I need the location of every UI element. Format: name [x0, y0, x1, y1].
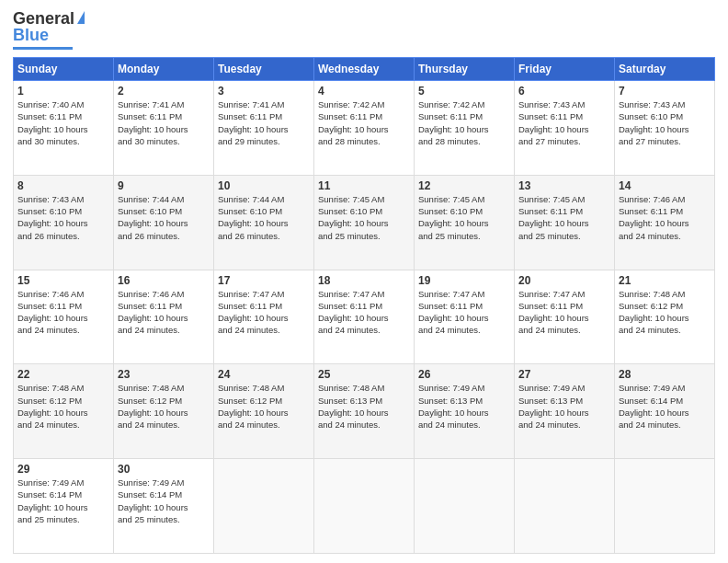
header: General Blue [13, 9, 715, 50]
calendar-cell: 23Sunrise: 7:48 AM Sunset: 6:12 PM Dayli… [114, 364, 214, 459]
day-number: 26 [418, 368, 510, 381]
day-number: 29 [17, 463, 109, 476]
calendar-cell: 13Sunrise: 7:45 AM Sunset: 6:11 PM Dayli… [515, 175, 615, 270]
calendar-cell: 11Sunrise: 7:45 AM Sunset: 6:10 PM Dayli… [314, 175, 415, 270]
col-header-monday: Monday [114, 58, 214, 81]
day-number: 7 [619, 85, 711, 98]
calendar-cell: 30Sunrise: 7:49 AM Sunset: 6:14 PM Dayli… [114, 459, 214, 554]
day-info: Sunrise: 7:49 AM Sunset: 6:13 PM Dayligh… [518, 382, 610, 431]
calendar-cell [615, 459, 715, 554]
calendar-cell: 15Sunrise: 7:46 AM Sunset: 6:11 PM Dayli… [14, 270, 114, 364]
calendar-cell: 26Sunrise: 7:49 AM Sunset: 6:13 PM Dayli… [415, 364, 515, 459]
day-number: 28 [619, 368, 711, 381]
day-info: Sunrise: 7:48 AM Sunset: 6:12 PM Dayligh… [118, 382, 210, 431]
day-number: 9 [118, 179, 210, 192]
logo-underline [13, 47, 73, 50]
day-number: 19 [418, 274, 510, 287]
day-number: 5 [418, 85, 510, 98]
day-number: 20 [518, 274, 610, 287]
col-header-friday: Friday [515, 58, 615, 81]
day-info: Sunrise: 7:43 AM Sunset: 6:10 PM Dayligh… [619, 98, 711, 147]
day-number: 1 [17, 85, 109, 98]
col-header-wednesday: Wednesday [314, 58, 415, 81]
calendar-cell: 14Sunrise: 7:46 AM Sunset: 6:11 PM Dayli… [615, 175, 715, 270]
calendar-cell: 1Sunrise: 7:40 AM Sunset: 6:11 PM Daylig… [14, 81, 114, 176]
calendar-cell: 12Sunrise: 7:45 AM Sunset: 6:10 PM Dayli… [415, 175, 515, 270]
calendar-cell: 10Sunrise: 7:44 AM Sunset: 6:10 PM Dayli… [214, 175, 314, 270]
calendar-cell: 21Sunrise: 7:48 AM Sunset: 6:12 PM Dayli… [615, 270, 715, 364]
day-info: Sunrise: 7:48 AM Sunset: 6:12 PM Dayligh… [619, 288, 711, 337]
day-number: 24 [218, 368, 310, 381]
day-number: 12 [418, 179, 510, 192]
day-info: Sunrise: 7:46 AM Sunset: 6:11 PM Dayligh… [619, 193, 711, 242]
day-info: Sunrise: 7:49 AM Sunset: 6:14 PM Dayligh… [118, 477, 210, 525]
calendar-cell: 28Sunrise: 7:49 AM Sunset: 6:14 PM Dayli… [615, 364, 715, 459]
day-number: 6 [518, 85, 610, 98]
day-number: 23 [118, 368, 210, 381]
day-info: Sunrise: 7:47 AM Sunset: 6:11 PM Dayligh… [318, 288, 410, 337]
day-number: 15 [17, 274, 109, 287]
logo-blue: Blue [13, 26, 49, 45]
day-info: Sunrise: 7:49 AM Sunset: 6:14 PM Dayligh… [619, 382, 711, 431]
day-info: Sunrise: 7:49 AM Sunset: 6:13 PM Dayligh… [418, 382, 510, 431]
day-info: Sunrise: 7:47 AM Sunset: 6:11 PM Dayligh… [218, 288, 310, 337]
day-info: Sunrise: 7:46 AM Sunset: 6:11 PM Dayligh… [17, 288, 109, 337]
calendar-cell [314, 459, 415, 554]
day-number: 4 [318, 85, 410, 98]
calendar-cell: 18Sunrise: 7:47 AM Sunset: 6:11 PM Dayli… [314, 270, 415, 364]
day-number: 27 [518, 368, 610, 381]
calendar-row-1: 1Sunrise: 7:40 AM Sunset: 6:11 PM Daylig… [14, 81, 715, 176]
calendar-cell [515, 459, 615, 554]
calendar-cell: 3Sunrise: 7:41 AM Sunset: 6:11 PM Daylig… [214, 81, 314, 176]
day-info: Sunrise: 7:45 AM Sunset: 6:11 PM Dayligh… [518, 193, 610, 242]
logo: General Blue [13, 9, 85, 50]
col-header-tuesday: Tuesday [214, 58, 314, 81]
calendar-cell: 17Sunrise: 7:47 AM Sunset: 6:11 PM Dayli… [214, 270, 314, 364]
calendar-cell: 6Sunrise: 7:43 AM Sunset: 6:11 PM Daylig… [515, 81, 615, 176]
calendar-cell: 9Sunrise: 7:44 AM Sunset: 6:10 PM Daylig… [114, 175, 214, 270]
calendar-cell: 2Sunrise: 7:41 AM Sunset: 6:11 PM Daylig… [114, 81, 214, 176]
calendar-cell: 29Sunrise: 7:49 AM Sunset: 6:14 PM Dayli… [14, 459, 114, 554]
calendar-cell: 20Sunrise: 7:47 AM Sunset: 6:11 PM Dayli… [515, 270, 615, 364]
day-number: 25 [318, 368, 410, 381]
calendar-row-2: 8Sunrise: 7:43 AM Sunset: 6:10 PM Daylig… [14, 175, 715, 270]
calendar-cell [214, 459, 314, 554]
day-info: Sunrise: 7:44 AM Sunset: 6:10 PM Dayligh… [218, 193, 310, 242]
day-number: 16 [118, 274, 210, 287]
calendar-cell: 16Sunrise: 7:46 AM Sunset: 6:11 PM Dayli… [114, 270, 214, 364]
calendar-cell: 5Sunrise: 7:42 AM Sunset: 6:11 PM Daylig… [415, 81, 515, 176]
day-number: 2 [118, 85, 210, 98]
col-header-saturday: Saturday [615, 58, 715, 81]
day-info: Sunrise: 7:48 AM Sunset: 6:13 PM Dayligh… [318, 382, 410, 431]
day-info: Sunrise: 7:48 AM Sunset: 6:12 PM Dayligh… [218, 382, 310, 431]
calendar-header-row: SundayMondayTuesdayWednesdayThursdayFrid… [14, 58, 715, 81]
logo-triangle-icon [77, 11, 85, 24]
page: General Blue SundayMondayTuesdayWednesda… [0, 0, 728, 563]
day-info: Sunrise: 7:42 AM Sunset: 6:11 PM Dayligh… [418, 98, 510, 147]
col-header-thursday: Thursday [415, 58, 515, 81]
calendar-row-5: 29Sunrise: 7:49 AM Sunset: 6:14 PM Dayli… [14, 459, 715, 554]
day-number: 3 [218, 85, 310, 98]
day-number: 10 [218, 179, 310, 192]
day-number: 11 [318, 179, 410, 192]
day-info: Sunrise: 7:45 AM Sunset: 6:10 PM Dayligh… [418, 193, 510, 242]
calendar-cell: 8Sunrise: 7:43 AM Sunset: 6:10 PM Daylig… [14, 175, 114, 270]
calendar-cell: 19Sunrise: 7:47 AM Sunset: 6:11 PM Dayli… [415, 270, 515, 364]
calendar-cell: 7Sunrise: 7:43 AM Sunset: 6:10 PM Daylig… [615, 81, 715, 176]
day-info: Sunrise: 7:48 AM Sunset: 6:12 PM Dayligh… [17, 382, 109, 431]
day-info: Sunrise: 7:43 AM Sunset: 6:11 PM Dayligh… [518, 98, 610, 147]
calendar-cell [415, 459, 515, 554]
day-info: Sunrise: 7:44 AM Sunset: 6:10 PM Dayligh… [118, 193, 210, 242]
day-number: 17 [218, 274, 310, 287]
day-number: 21 [619, 274, 711, 287]
calendar-cell: 24Sunrise: 7:48 AM Sunset: 6:12 PM Dayli… [214, 364, 314, 459]
day-info: Sunrise: 7:45 AM Sunset: 6:10 PM Dayligh… [318, 193, 410, 242]
day-number: 14 [619, 179, 711, 192]
day-number: 13 [518, 179, 610, 192]
day-info: Sunrise: 7:41 AM Sunset: 6:11 PM Dayligh… [118, 98, 210, 147]
day-info: Sunrise: 7:46 AM Sunset: 6:11 PM Dayligh… [118, 288, 210, 337]
day-info: Sunrise: 7:40 AM Sunset: 6:11 PM Dayligh… [17, 98, 109, 147]
calendar-cell: 4Sunrise: 7:42 AM Sunset: 6:11 PM Daylig… [314, 81, 415, 176]
day-info: Sunrise: 7:43 AM Sunset: 6:10 PM Dayligh… [17, 193, 109, 242]
calendar-row-3: 15Sunrise: 7:46 AM Sunset: 6:11 PM Dayli… [14, 270, 715, 364]
